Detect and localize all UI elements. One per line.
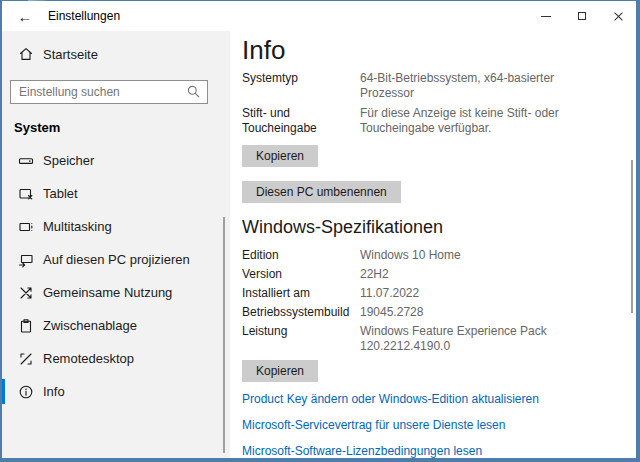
minimize-button[interactable] (528, 1, 564, 31)
spec-value: Windows Feature Experience Pack 120.2212… (360, 324, 588, 354)
search-icon[interactable] (186, 84, 201, 99)
change-product-key-link[interactable]: Product Key ändern oder Windows-Edition … (242, 392, 636, 407)
spec-value: 19045.2728 (360, 305, 588, 320)
search-input[interactable] (10, 80, 208, 104)
project-to-pc-icon (18, 252, 34, 268)
spec-label: Edition (242, 248, 360, 263)
shared-experiences-icon (18, 285, 34, 301)
spec-value: Windows 10 Home (360, 248, 588, 263)
spec-row-edition: Edition Windows 10 Home (242, 248, 636, 263)
info-icon (18, 384, 34, 400)
spec-label: Systemtyp (242, 71, 360, 101)
windows-specs-heading: Windows-Spezifikationen (242, 217, 636, 238)
main-content: Info Systemtyp 64-Bit-Betriebssystem, x6… (230, 31, 636, 458)
multitasking-icon (18, 219, 34, 235)
minimize-icon (541, 16, 551, 17)
sidebar-section-title: System (2, 104, 230, 144)
sidebar-item-about[interactable]: Info (2, 375, 230, 408)
sidebar-item-label: Gemeinsame Nutzung (43, 285, 172, 300)
close-button[interactable] (600, 1, 636, 31)
spec-label: Version (242, 267, 360, 282)
spec-label: Stift- und Toucheingabe (242, 106, 360, 136)
clipboard-icon (18, 318, 34, 334)
spec-label: Leistung (242, 324, 360, 354)
content-scrollbar[interactable] (631, 160, 633, 313)
copy-windows-specs-button[interactable]: Kopieren (242, 360, 318, 382)
sidebar-item-label: Tablet (43, 186, 78, 201)
sidebar-item-tablet[interactable]: Tablet (2, 177, 230, 210)
close-icon (613, 11, 624, 22)
sidebar-item-remote-desktop[interactable]: Remotedesktop (2, 342, 230, 375)
sidebar-item-storage[interactable]: Speicher (2, 144, 230, 177)
services-agreement-link[interactable]: Microsoft-Servicevertrag für unsere Dien… (242, 418, 636, 433)
sidebar-item-label: Auf diesen PC projizieren (43, 252, 190, 267)
window-title: Einstellungen (48, 9, 120, 23)
spec-value: Für diese Anzeige ist keine Stift- oder … (360, 106, 588, 136)
rename-pc-button[interactable]: Diesen PC umbenennen (242, 181, 401, 203)
copy-device-specs-button[interactable]: Kopieren (242, 145, 318, 167)
back-button[interactable]: ← (2, 1, 48, 31)
maximize-icon (578, 12, 586, 20)
spec-row-os-build: Betriebssystembuild 19045.2728 (242, 305, 636, 320)
sidebar-item-clipboard[interactable]: Zwischenablage (2, 309, 230, 342)
sidebar-item-multitasking[interactable]: Multitasking (2, 210, 230, 243)
sidebar-item-shared-experiences[interactable]: Gemeinsame Nutzung (2, 276, 230, 309)
maximize-button[interactable] (564, 1, 600, 31)
page-title: Info (242, 35, 636, 65)
related-links: Product Key ändern oder Windows-Edition … (242, 392, 636, 458)
remote-desktop-icon (18, 351, 34, 367)
spec-label: Betriebssystembuild (242, 305, 360, 320)
sidebar-item-label: Multitasking (43, 219, 112, 234)
sidebar: Startseite System Speicher (2, 31, 230, 458)
title-bar: ← Einstellungen (2, 1, 636, 31)
spec-row-installed-on: Installiert am 11.07.2022 (242, 286, 636, 301)
spec-row-system-type: Systemtyp 64-Bit-Betriebssystem, x64-bas… (242, 71, 636, 101)
sidebar-item-project-to-pc[interactable]: Auf diesen PC projizieren (2, 243, 230, 276)
spec-value: 22H2 (360, 267, 588, 282)
spec-row-experience: Leistung Windows Feature Experience Pack… (242, 324, 636, 354)
sidebar-item-label: Remotedesktop (43, 351, 134, 366)
sidebar-item-label: Info (43, 384, 65, 399)
back-arrow-icon: ← (18, 8, 33, 25)
storage-icon (18, 153, 34, 169)
sidebar-item-home[interactable]: Startseite (2, 37, 230, 71)
spec-row-version: Version 22H2 (242, 267, 636, 282)
tablet-icon (18, 186, 34, 202)
sidebar-item-label: Startseite (43, 47, 98, 62)
spec-label: Installiert am (242, 286, 360, 301)
spec-value: 64-Bit-Betriebssystem, x64-basierter Pro… (360, 71, 588, 101)
spec-row-pen-touch: Stift- und Toucheingabe Für diese Anzeig… (242, 106, 636, 136)
desktop-background: ← Einstellungen Startseite (0, 0, 640, 462)
home-icon (18, 46, 34, 62)
sidebar-item-label: Zwischenablage (43, 318, 137, 333)
spec-value: 11.07.2022 (360, 286, 588, 301)
settings-window: ← Einstellungen Startseite (2, 1, 636, 458)
sidebar-item-label: Speicher (43, 153, 94, 168)
sidebar-nav: Speicher Tablet Multitasking (2, 144, 230, 408)
search-box (10, 80, 208, 104)
license-terms-link[interactable]: Microsoft-Software-Lizenzbedingungen les… (242, 444, 636, 458)
sidebar-scrollbar[interactable] (223, 217, 225, 453)
